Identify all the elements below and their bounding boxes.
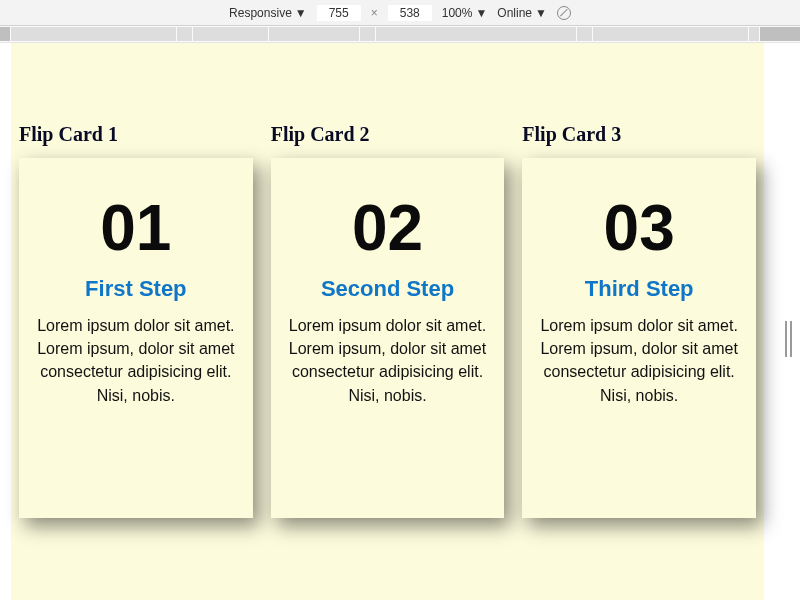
card-subtitle: Third Step [536,276,742,302]
card-body: Lorem ipsum dolor sit amet. Lorem ipsum,… [536,314,742,407]
card-column: Flip Card 2 02 Second Step Lorem ipsum d… [271,123,505,518]
scrollbar[interactable] [776,320,800,358]
card-column: Flip Card 1 01 First Step Lorem ipsum do… [19,123,253,518]
ruler [0,26,800,43]
zoom-label: 100% [442,6,473,20]
chevron-down-icon: ▼ [475,6,487,20]
card-heading: Flip Card 2 [271,123,505,146]
rotate-icon[interactable] [557,6,571,20]
cards-row: Flip Card 1 01 First Step Lorem ipsum do… [19,123,756,518]
viewport-height-input[interactable]: 538 [388,5,432,21]
card-number: 03 [536,196,742,260]
card-heading: Flip Card 1 [19,123,253,146]
flip-card[interactable]: 03 Third Step Lorem ipsum dolor sit amet… [522,158,756,518]
card-body: Lorem ipsum dolor sit amet. Lorem ipsum,… [33,314,239,407]
flip-card[interactable]: 01 First Step Lorem ipsum dolor sit amet… [19,158,253,518]
card-heading: Flip Card 3 [522,123,756,146]
device-mode-label: Responsive [229,6,292,20]
zoom-dropdown[interactable]: 100% ▼ [442,6,488,20]
viewport: Flip Card 1 01 First Step Lorem ipsum do… [11,43,764,600]
chevron-down-icon: ▼ [295,6,307,20]
card-number: 02 [285,196,491,260]
flip-card[interactable]: 02 Second Step Lorem ipsum dolor sit ame… [271,158,505,518]
card-number: 01 [33,196,239,260]
throttle-label: Online [497,6,532,20]
card-column: Flip Card 3 03 Third Step Lorem ipsum do… [522,123,756,518]
card-body: Lorem ipsum dolor sit amet. Lorem ipsum,… [285,314,491,407]
card-subtitle: Second Step [285,276,491,302]
card-subtitle: First Step [33,276,239,302]
device-mode-dropdown[interactable]: Responsive ▼ [229,6,307,20]
chevron-down-icon: ▼ [535,6,547,20]
throttle-dropdown[interactable]: Online ▼ [497,6,547,20]
viewport-width-input[interactable]: 755 [317,5,361,21]
devtools-bar: Responsive ▼ 755 × 538 100% ▼ Online ▼ [0,0,800,26]
page: Flip Card 1 01 First Step Lorem ipsum do… [11,43,764,600]
dimension-separator: × [371,6,378,20]
